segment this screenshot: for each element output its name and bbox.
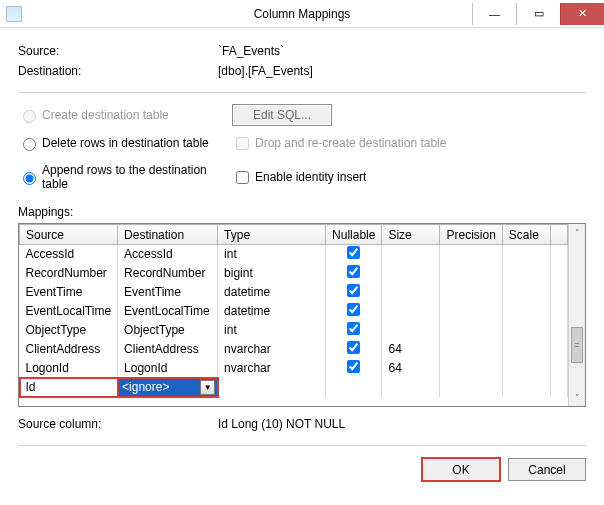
cell-nullable[interactable] bbox=[326, 359, 382, 378]
nullable-checkbox[interactable] bbox=[347, 360, 360, 373]
cell-scale[interactable] bbox=[502, 302, 550, 321]
cell-nullable[interactable] bbox=[326, 321, 382, 340]
cell-nullable[interactable] bbox=[326, 283, 382, 302]
chevron-down-icon[interactable]: ▼ bbox=[200, 380, 215, 395]
header-type[interactable]: Type bbox=[218, 225, 326, 245]
table-row[interactable]: Id<ignore>▼ bbox=[20, 378, 568, 397]
destination-dropdown[interactable]: <ignore>▼ bbox=[118, 379, 217, 396]
cell-scale[interactable] bbox=[502, 245, 550, 264]
nullable-checkbox[interactable] bbox=[347, 246, 360, 259]
destination-value: [dbo].[FA_Events] bbox=[218, 64, 313, 78]
scroll-thumb[interactable] bbox=[571, 327, 583, 363]
cell-precision[interactable] bbox=[440, 340, 502, 359]
header-size[interactable]: Size bbox=[382, 225, 440, 245]
cell-type[interactable] bbox=[218, 378, 326, 397]
header-source[interactable]: Source bbox=[20, 225, 118, 245]
cell-type[interactable]: bigint bbox=[218, 264, 326, 283]
nullable-checkbox[interactable] bbox=[347, 303, 360, 316]
cell-scale[interactable] bbox=[502, 340, 550, 359]
table-row[interactable]: ClientAddressClientAddressnvarchar64 bbox=[20, 340, 568, 359]
window-title: Column Mappings bbox=[0, 7, 604, 21]
cell-destination[interactable]: <ignore>▼ bbox=[118, 378, 218, 397]
nullable-checkbox[interactable] bbox=[347, 341, 360, 354]
cell-size[interactable]: 64 bbox=[382, 359, 440, 378]
cancel-button[interactable]: Cancel bbox=[508, 458, 586, 481]
cell-nullable[interactable] bbox=[326, 378, 382, 397]
cell-source[interactable]: RecordNumber bbox=[20, 264, 118, 283]
cell-type[interactable]: datetime bbox=[218, 302, 326, 321]
cell-scale[interactable] bbox=[502, 321, 550, 340]
cell-size[interactable] bbox=[382, 264, 440, 283]
enable-identity-checkbox[interactable] bbox=[236, 171, 249, 184]
scroll-up-icon[interactable]: ˄ bbox=[569, 224, 585, 241]
cell-precision[interactable] bbox=[440, 321, 502, 340]
cell-size[interactable] bbox=[382, 245, 440, 264]
scroll-down-icon[interactable]: ˅ bbox=[569, 389, 585, 406]
cell-type[interactable]: nvarchar bbox=[218, 359, 326, 378]
cell-type[interactable]: int bbox=[218, 245, 326, 264]
cell-type[interactable]: nvarchar bbox=[218, 340, 326, 359]
delete-rows-radio[interactable] bbox=[23, 138, 36, 151]
cell-spacer bbox=[550, 302, 567, 321]
drop-recreate-label: Drop and re-create destination table bbox=[255, 136, 446, 150]
cell-destination[interactable]: AccessId bbox=[118, 245, 218, 264]
cell-destination[interactable]: ObjectType bbox=[118, 321, 218, 340]
source-column-label: Source column: bbox=[18, 417, 218, 431]
cell-precision[interactable] bbox=[440, 359, 502, 378]
cell-source[interactable]: LogonId bbox=[20, 359, 118, 378]
cell-source[interactable]: EventLocalTime bbox=[20, 302, 118, 321]
header-destination[interactable]: Destination bbox=[118, 225, 218, 245]
cell-nullable[interactable] bbox=[326, 340, 382, 359]
cell-destination[interactable]: ClientAddress bbox=[118, 340, 218, 359]
cell-size[interactable]: 64 bbox=[382, 340, 440, 359]
header-scale[interactable]: Scale bbox=[502, 225, 550, 245]
ok-button[interactable]: OK bbox=[422, 458, 500, 481]
cell-source[interactable]: Id bbox=[20, 378, 118, 397]
append-rows-radio[interactable] bbox=[23, 172, 36, 185]
cell-nullable[interactable] bbox=[326, 302, 382, 321]
cell-source[interactable]: EventTime bbox=[20, 283, 118, 302]
table-row[interactable]: RecordNumberRecordNumberbigint bbox=[20, 264, 568, 283]
cell-size[interactable] bbox=[382, 283, 440, 302]
header-spacer bbox=[550, 225, 567, 245]
cell-scale[interactable] bbox=[502, 378, 550, 397]
nullable-checkbox[interactable] bbox=[347, 284, 360, 297]
nullable-checkbox[interactable] bbox=[347, 265, 360, 278]
cell-nullable[interactable] bbox=[326, 264, 382, 283]
cell-scale[interactable] bbox=[502, 283, 550, 302]
cell-size[interactable] bbox=[382, 321, 440, 340]
cell-source[interactable]: ObjectType bbox=[20, 321, 118, 340]
title-bar: Column Mappings — ▭ ✕ bbox=[0, 0, 604, 28]
cell-scale[interactable] bbox=[502, 359, 550, 378]
cell-type[interactable]: datetime bbox=[218, 283, 326, 302]
create-table-radio bbox=[23, 110, 36, 123]
cell-destination[interactable]: RecordNumber bbox=[118, 264, 218, 283]
nullable-checkbox[interactable] bbox=[347, 322, 360, 335]
cell-spacer bbox=[550, 264, 567, 283]
cell-destination[interactable]: EventLocalTime bbox=[118, 302, 218, 321]
cell-source[interactable]: AccessId bbox=[20, 245, 118, 264]
cell-destination[interactable]: EventTime bbox=[118, 283, 218, 302]
cell-scale[interactable] bbox=[502, 264, 550, 283]
cell-nullable[interactable] bbox=[326, 245, 382, 264]
cell-source[interactable]: ClientAddress bbox=[20, 340, 118, 359]
cell-size[interactable] bbox=[382, 302, 440, 321]
cell-precision[interactable] bbox=[440, 264, 502, 283]
cell-precision[interactable] bbox=[440, 302, 502, 321]
cell-size[interactable] bbox=[382, 378, 440, 397]
cell-precision[interactable] bbox=[440, 245, 502, 264]
mappings-grid[interactable]: Source Destination Type Nullable Size Pr… bbox=[18, 223, 586, 407]
cell-type[interactable]: int bbox=[218, 321, 326, 340]
grid-scrollbar[interactable]: ˄ ˅ bbox=[568, 224, 585, 406]
header-nullable[interactable]: Nullable bbox=[326, 225, 382, 245]
cell-precision[interactable] bbox=[440, 283, 502, 302]
table-row[interactable]: AccessIdAccessIdint bbox=[20, 245, 568, 264]
cell-destination[interactable]: LogonId bbox=[118, 359, 218, 378]
cell-spacer bbox=[550, 321, 567, 340]
table-row[interactable]: LogonIdLogonIdnvarchar64 bbox=[20, 359, 568, 378]
table-row[interactable]: EventTimeEventTimedatetime bbox=[20, 283, 568, 302]
header-precision[interactable]: Precision bbox=[440, 225, 502, 245]
table-row[interactable]: EventLocalTimeEventLocalTimedatetime bbox=[20, 302, 568, 321]
table-row[interactable]: ObjectTypeObjectTypeint bbox=[20, 321, 568, 340]
cell-precision[interactable] bbox=[440, 378, 502, 397]
